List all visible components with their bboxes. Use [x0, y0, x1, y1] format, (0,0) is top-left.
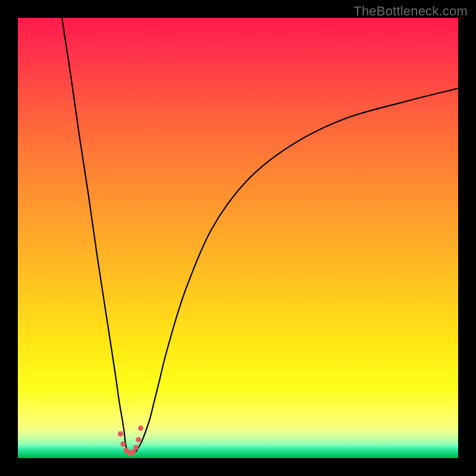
data-point — [120, 441, 126, 447]
data-point — [136, 437, 141, 442]
plot-area — [18, 18, 458, 458]
bottleneck-chart-svg — [18, 18, 458, 458]
watermark-text: TheBottleneck.com — [353, 4, 468, 19]
chart-frame: TheBottleneck.com — [0, 0, 476, 476]
markers-group — [118, 425, 143, 455]
data-point — [133, 445, 139, 450]
bottleneck-curve-line — [62, 18, 458, 454]
data-point — [118, 431, 123, 437]
curve-group — [62, 18, 458, 454]
data-point — [138, 425, 143, 431]
